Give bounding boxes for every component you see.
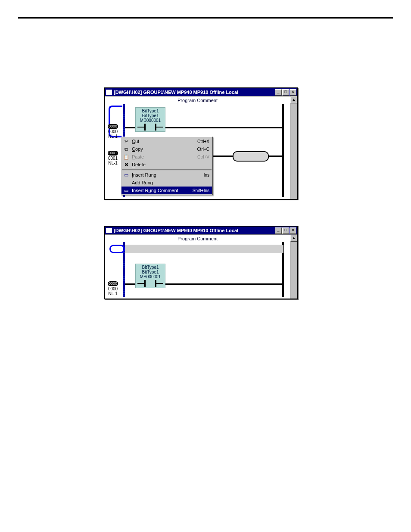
rung-gutter-0[interactable]: 0000 0000 NL-1 — [105, 281, 121, 296]
contact-label-2: BitType1 — [137, 270, 163, 274]
rung-address: 0000 — [108, 129, 118, 134]
menu-insert-rung[interactable]: ▭ Insert Rung Ins — [121, 171, 212, 179]
figure-2: [DWGH\H02] GROUP1\NEW MP940 MP910 Offlin… — [104, 226, 393, 299]
close-button[interactable]: × — [290, 227, 296, 234]
contact-element[interactable]: BitType1 BitType1 MB000001 — [135, 107, 165, 132]
window-title: [DWGH\H02] GROUP1\NEW MP940 MP910 Offlin… — [114, 228, 275, 233]
app-window-2: [DWGH\H02] GROUP1\NEW MP940 MP910 Offlin… — [104, 226, 298, 299]
minimize-button[interactable]: _ — [275, 227, 282, 234]
menu-shortcut: Shift+Ins — [193, 188, 209, 193]
vertical-scrollbar[interactable]: ▲ — [290, 235, 297, 299]
copy-icon: ⧉ — [122, 146, 130, 152]
delete-icon: ✖ — [122, 162, 130, 168]
menu-insert-rung-comment[interactable]: ▭ Insert Rung Comment Shift+Ins — [121, 187, 212, 194]
rung-comment-row[interactable] — [125, 245, 283, 253]
menu-add-rung[interactable]: Add Rung — [121, 179, 212, 187]
scissors-icon: ✂ — [122, 138, 130, 144]
contact-element[interactable]: BitType1 BitType1 MB000001 — [135, 264, 165, 288]
system-menu-icon[interactable] — [106, 228, 112, 233]
menu-shortcut: Ctrl+X — [197, 139, 209, 144]
menu-cut[interactable]: ✂ Cut Ctrl+X — [121, 137, 212, 145]
program-comment-label: Program Comment — [105, 235, 290, 242]
rung-badge: 0001 — [108, 151, 118, 156]
rung-badge: 0000 — [108, 124, 118, 129]
rung-gutter-1[interactable]: 0001 0001 NL-1 — [105, 150, 121, 165]
program-comment-label: Program Comment — [105, 96, 290, 104]
selection-pill — [109, 245, 125, 253]
menu-paste: 📋 Paste Ctrl+V — [121, 153, 212, 161]
ladder-canvas[interactable]: Program Comment 0000 0000 NL-1 — [105, 96, 290, 199]
rung-address: 0000 — [108, 286, 118, 291]
window-title: [DWGH\H02] GROUP1\NEW MP940 MP910 Offlin… — [114, 90, 275, 95]
minimize-button[interactable]: _ — [275, 89, 282, 96]
menu-shortcut: Ctrl+C — [197, 147, 209, 152]
figure-1: [DWGH\H02] GROUP1\NEW MP940 MP910 Offlin… — [104, 87, 393, 200]
rung-nl: NL-1 — [108, 134, 118, 139]
system-menu-icon[interactable] — [106, 90, 112, 95]
rung-badge: 0000 — [108, 281, 118, 286]
maximize-button[interactable]: □ — [282, 89, 289, 96]
app-window-1: [DWGH\H02] GROUP1\NEW MP940 MP910 Offlin… — [104, 87, 298, 200]
context-menu: ✂ Cut Ctrl+X ⧉ Copy Ctrl+C 📋 — [121, 137, 213, 195]
vertical-scrollbar[interactable]: ▲ — [290, 96, 297, 199]
menu-shortcut: Ins — [204, 173, 209, 177]
contact-address: MB000001 — [137, 274, 163, 279]
rung-gutter-0[interactable]: 0000 0000 NL-1 — [105, 124, 121, 139]
contact-label-2: BitType1 — [137, 113, 163, 118]
contact-label-1: BitType1 — [137, 265, 163, 270]
maximize-button[interactable]: □ — [282, 227, 289, 234]
titlebar[interactable]: [DWGH\H02] GROUP1\NEW MP940 MP910 Offlin… — [105, 227, 297, 234]
menu-delete[interactable]: ✖ Delete — [121, 161, 212, 168]
right-power-rail — [282, 104, 284, 197]
rung-address: 0001 — [108, 156, 118, 161]
contact-label-1: BitType1 — [137, 109, 163, 113]
close-button[interactable]: × — [290, 89, 296, 96]
paste-icon: 📋 — [122, 154, 130, 160]
output-coil[interactable] — [233, 151, 269, 162]
scroll-up-arrow-icon[interactable]: ▲ — [290, 235, 297, 242]
rung-icon: ▭ — [122, 172, 130, 178]
ladder-canvas[interactable]: Program Comment 0000 0000 NL-1 — [105, 235, 290, 299]
menu-copy[interactable]: ⧉ Copy Ctrl+C — [121, 145, 212, 153]
scroll-up-arrow-icon[interactable]: ▲ — [290, 96, 297, 103]
rung-nl: NL-1 — [108, 291, 118, 296]
titlebar[interactable]: [DWGH\H02] GROUP1\NEW MP940 MP910 Offlin… — [105, 88, 297, 96]
rung-nl: NL-1 — [108, 161, 118, 165]
menu-shortcut: Ctrl+V — [197, 155, 209, 159]
contact-address: MB000001 — [137, 118, 163, 123]
blank-icon — [122, 180, 130, 186]
comment-icon: ▭ — [122, 187, 130, 193]
page-rule — [18, 17, 393, 19]
